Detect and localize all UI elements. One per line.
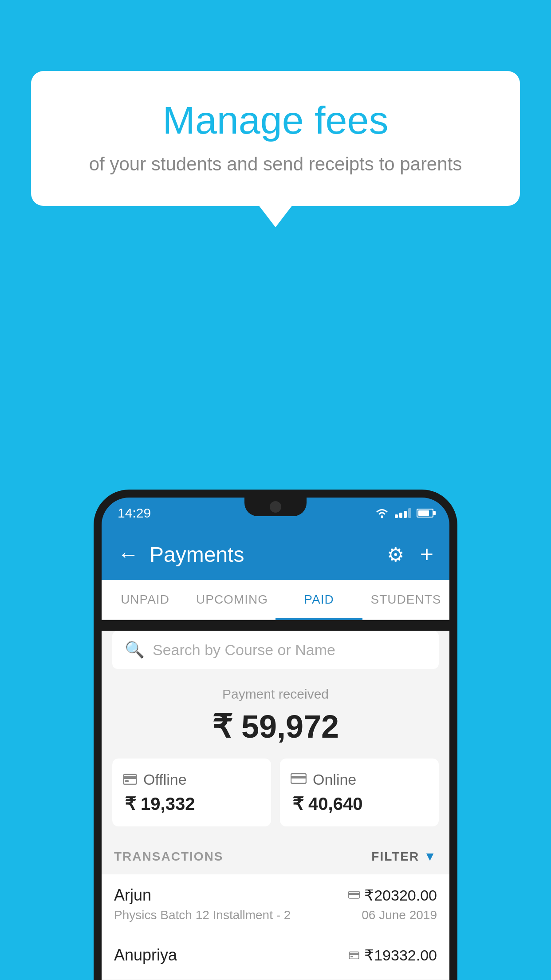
transaction-amount-wrap: ₹19332.00 — [348, 946, 437, 964]
transactions-label: TRANSACTIONS — [114, 850, 223, 864]
signal-icon — [395, 508, 411, 518]
app-header: ← Payments ⚙ + — [102, 529, 449, 580]
transaction-amount: ₹20320.00 — [364, 886, 437, 904]
svg-rect-5 — [291, 776, 306, 778]
tab-upcoming[interactable]: UPCOMING — [189, 580, 276, 619]
back-button[interactable]: ← — [118, 544, 139, 565]
bubble-subtitle: of your students and send receipts to pa… — [53, 154, 498, 175]
tab-bar: UNPAID UPCOMING PAID STUDENTS — [102, 580, 449, 620]
online-label: Online — [313, 771, 356, 788]
tab-paid[interactable]: PAID — [276, 580, 362, 619]
filter-icon: ▼ — [424, 850, 437, 864]
online-icon — [291, 771, 307, 788]
search-bar[interactable]: 🔍 Search by Course or Name — [112, 631, 439, 669]
search-icon: 🔍 — [125, 640, 145, 659]
offline-label: Offline — [143, 771, 187, 788]
tab-unpaid[interactable]: UNPAID — [102, 580, 189, 619]
camera — [270, 501, 281, 513]
phone-device: 14:29 — [94, 490, 457, 980]
phone-notch — [244, 498, 307, 516]
svg-rect-10 — [350, 956, 353, 957]
payment-cards: Offline ₹ 19,332 Online ₹ 4 — [102, 759, 449, 839]
header-title: Payments — [150, 542, 387, 567]
transaction-name: Arjun — [114, 886, 151, 905]
wifi-icon — [374, 507, 390, 519]
online-payment-icon — [348, 888, 360, 902]
payment-total: ₹ 59,972 — [102, 708, 449, 745]
transaction-date: 06 June 2019 — [362, 908, 437, 922]
battery-icon — [417, 509, 433, 518]
offline-amount: ₹ 19,332 — [123, 794, 260, 814]
transaction-course: Physics Batch 12 Installment - 2 — [114, 908, 291, 922]
svg-rect-8 — [349, 952, 358, 959]
settings-icon[interactable]: ⚙ — [387, 543, 404, 566]
status-time: 14:29 — [118, 506, 151, 521]
online-card: Online ₹ 40,640 — [280, 759, 439, 826]
svg-rect-3 — [125, 780, 129, 782]
offline-payment-icon — [348, 948, 360, 962]
filter-button[interactable]: FILTER ▼ — [371, 850, 437, 864]
header-actions: ⚙ + — [387, 541, 433, 568]
offline-icon — [123, 771, 137, 788]
svg-rect-1 — [123, 775, 137, 784]
speech-bubble: Manage fees of your students and send re… — [31, 71, 520, 206]
filter-label: FILTER — [371, 850, 419, 864]
svg-rect-7 — [349, 893, 359, 895]
tab-students[interactable]: STUDENTS — [362, 580, 449, 619]
payment-label: Payment received — [102, 687, 449, 702]
svg-rect-2 — [123, 776, 137, 779]
app-content: 🔍 Search by Course or Name Payment recei… — [102, 631, 449, 980]
bubble-title: Manage fees — [53, 98, 498, 143]
add-icon[interactable]: + — [420, 541, 433, 568]
transaction-name: Anupriya — [114, 946, 177, 964]
transaction-amount-wrap: ₹20320.00 — [348, 886, 437, 904]
svg-rect-9 — [349, 953, 358, 955]
transaction-row[interactable]: Arjun ₹20320.00 Physics Batch 12 Install… — [102, 874, 449, 934]
transaction-amount: ₹19332.00 — [364, 946, 437, 964]
online-amount: ₹ 40,640 — [291, 794, 428, 814]
svg-point-0 — [381, 516, 383, 518]
search-input[interactable]: Search by Course or Name — [153, 641, 335, 659]
status-icons — [374, 507, 433, 519]
payment-summary: Payment received ₹ 59,972 — [102, 669, 449, 759]
transaction-row[interactable]: Anupriya ₹19332.00 — [102, 934, 449, 980]
transactions-header: TRANSACTIONS FILTER ▼ — [102, 839, 449, 874]
offline-card: Offline ₹ 19,332 — [112, 759, 271, 826]
